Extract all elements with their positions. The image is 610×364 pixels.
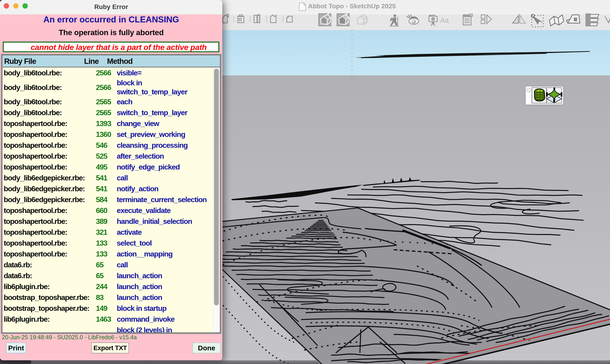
svg-text:Aa: Aa <box>440 16 449 24</box>
